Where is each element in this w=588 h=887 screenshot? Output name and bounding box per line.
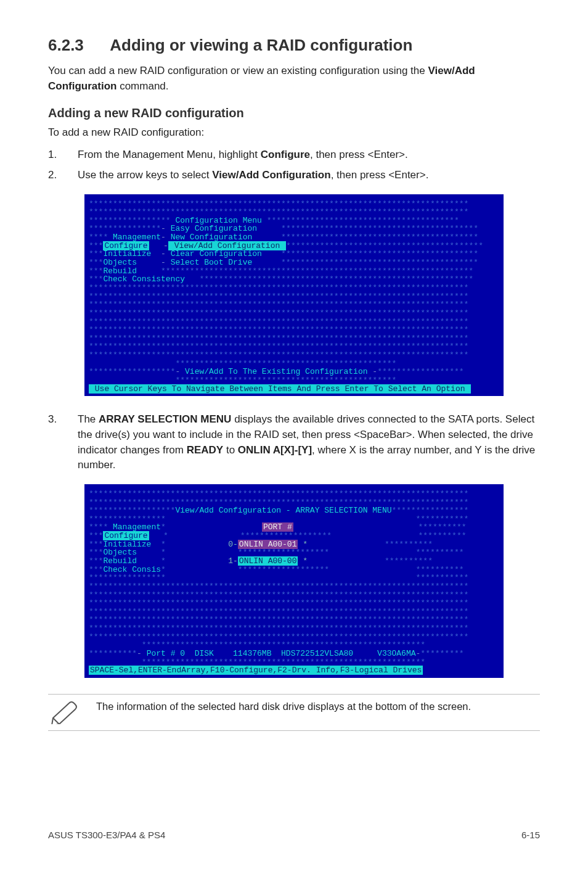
t1-fill-7: ****************************************…: [89, 318, 499, 326]
t2-fill-3: ****************************************…: [89, 582, 499, 591]
step-3-d: READY: [187, 444, 224, 456]
t1-fill-5: ****************************************…: [89, 300, 499, 309]
lead-text: To add a new RAID configuration:: [48, 126, 540, 139]
steps-list-b: 3. The ARRAY SELECTION MENU displays the…: [48, 412, 540, 473]
t1-check: ***Check Consistency *******************…: [89, 275, 499, 284]
t1-bottom-text: Use Cursor Keys To Navigate Between Item…: [89, 384, 471, 394]
t2-rebuild: ***Rebuild * 1-ONLIN A00-00 * **********: [89, 557, 499, 566]
step-2: 2. Use the arrow keys to select View/Add…: [48, 168, 540, 183]
step-2-number: 2.: [48, 168, 78, 183]
step-3-text: The ARRAY SELECTION MENU displays the av…: [78, 412, 540, 473]
step-2-a: Use the arrow keys to select: [78, 169, 212, 181]
t2-bottom-text: SPACE-Sel,ENTER-EndArray,F10-Configure,F…: [89, 666, 423, 675]
page-root: 6.2.3 Adding or viewing a RAID configura…: [0, 0, 588, 865]
t1-fill-9: ****************************************…: [89, 334, 499, 343]
t2-fill-7: ****************************************…: [89, 616, 499, 624]
t2-port-bar-top: ****************************************…: [89, 641, 499, 650]
t1-viewadd-bar-row2: ****************************************…: [89, 376, 499, 385]
page-footer: ASUS TS300-E3/PA4 & PS4 6-15: [48, 830, 540, 840]
t1-fill-6: ****************************************…: [89, 309, 499, 318]
step-1-number: 1.: [48, 147, 78, 163]
step-2-b: View/Add Configuration: [212, 169, 330, 181]
t2-div-1: **************** ***********: [89, 515, 499, 524]
t2-fill-4: ****************************************…: [89, 591, 499, 600]
terminal-1-wrap: ****************************************…: [48, 194, 540, 397]
section-title: 6.2.3 Adding or viewing a RAID configura…: [48, 36, 540, 55]
terminal-2-wrap: ****************************************…: [48, 484, 540, 678]
steps-list-a: 1. From the Management Menu, highlight C…: [48, 147, 540, 183]
t1-conf-menu: ***************** Configuration Menu ***…: [89, 217, 499, 225]
t1-fill-4: ****************************************…: [89, 292, 499, 301]
t2-obj: ***Objects * ******************* *******…: [89, 548, 499, 557]
footer-left: ASUS TS300-E3/PA4 & PS4: [48, 830, 165, 840]
t1-rebuild: ***Rebuild *****************************…: [89, 267, 499, 276]
t2-fill-1: ****************************************…: [89, 490, 499, 498]
step-2-c: , then press <Enter>.: [331, 169, 429, 181]
t2-mgmt: **** Management* PORT # **********: [89, 523, 499, 532]
t2-check: ***Check Consis* ******************* ***…: [89, 566, 499, 574]
t1-fill-2: ****************************************…: [89, 208, 499, 217]
t1-fill-8: ****************************************…: [89, 326, 499, 334]
t2-fill-5: ****************************************…: [89, 599, 499, 608]
t2-fill-2: ****************************************…: [89, 498, 499, 507]
t1-clear: ***Initialize - Clear Configuration ****…: [89, 250, 499, 258]
step-1-b: Configure: [261, 149, 310, 160]
t1-bottom-bar: Use Cursor Keys To Navigate Between Item…: [89, 385, 499, 394]
section-title-text: Adding or viewing a RAID configuration: [110, 36, 412, 54]
pencil-note-icon: [51, 699, 80, 724]
step-1-c: , then press <Enter>.: [310, 149, 408, 160]
t1-fill-10: ****************************************…: [89, 342, 499, 351]
t1-viewadd-bar-row: ****************************************…: [89, 360, 499, 368]
t1-viewadd-row: ***Configure - View/Add Configuration **…: [89, 242, 499, 250]
terminal-2: ****************************************…: [84, 484, 504, 678]
t2-port-detail: **********- Port # 0 DISK 114376MB HDS72…: [89, 650, 499, 658]
intro-paragraph: You can add a new RAID configuration or …: [48, 64, 540, 94]
t1-fill-1: ****************************************…: [89, 200, 499, 208]
t1-fill-11: ****************************************…: [89, 351, 499, 360]
t2-bottom-bar: SPACE-Sel,ENTER-EndArray,F10-Configure,F…: [89, 666, 499, 675]
t2-fill-6: ****************************************…: [89, 608, 499, 616]
note-icon: [48, 699, 83, 724]
t2-init: ***Initialize * 0-ONLIN A00-01 * *******…: [89, 540, 499, 549]
t1-new: **** Management- New Configuration *****…: [89, 233, 499, 242]
step-3-number: 3.: [48, 412, 78, 473]
t1-selboot: ***Objects - Select Boot Drive *********…: [89, 258, 499, 267]
step-3-f: ONLIN A[X]-[Y]: [238, 444, 312, 456]
t1-viewadd-bar: ******************- View/Add To The Exis…: [89, 368, 499, 376]
section-number: 6.2.3: [48, 36, 84, 54]
terminal-1: ****************************************…: [84, 194, 504, 397]
t2-title-row: ******************View/Add Configuration…: [89, 506, 499, 515]
step-1: 1. From the Management Menu, highlight C…: [48, 147, 540, 163]
step-1-text: From the Management Menu, highlight Conf…: [78, 147, 540, 163]
step-3-a: The: [78, 413, 99, 425]
t1-new-label: New Configuration: [166, 233, 252, 242]
t2-port-bar-bot: ****************************************…: [89, 658, 499, 667]
step-1-a: From the Management Menu, highlight: [78, 149, 261, 160]
step-2-text: Use the arrow keys to select View/Add Co…: [78, 168, 540, 183]
t1-easy: ***************- Easy Configuration ****…: [89, 225, 499, 233]
t2-conf: ***Configure * ******************* *****…: [89, 532, 499, 540]
step-3: 3. The ARRAY SELECTION MENU displays the…: [48, 412, 540, 473]
t2-fill-8: ****************************************…: [89, 624, 499, 633]
footer-right: 6-15: [521, 830, 540, 840]
t1-fill-3: ****************************************…: [89, 284, 499, 292]
t2-div-2: **************** ***********: [89, 574, 499, 582]
step-3-e: to: [223, 444, 238, 456]
note-block: The information of the selected hard dis…: [48, 694, 540, 731]
intro-text-a: You can add a new RAID configuration or …: [48, 65, 428, 76]
t2-fill-9: ****************************************…: [89, 633, 499, 642]
intro-text-b: command.: [116, 80, 168, 92]
step-3-b: ARRAY SELECTION MENU: [99, 413, 231, 425]
note-text: The information of the selected hard dis…: [96, 699, 540, 714]
subheading: Adding a new RAID configuration: [48, 106, 540, 120]
